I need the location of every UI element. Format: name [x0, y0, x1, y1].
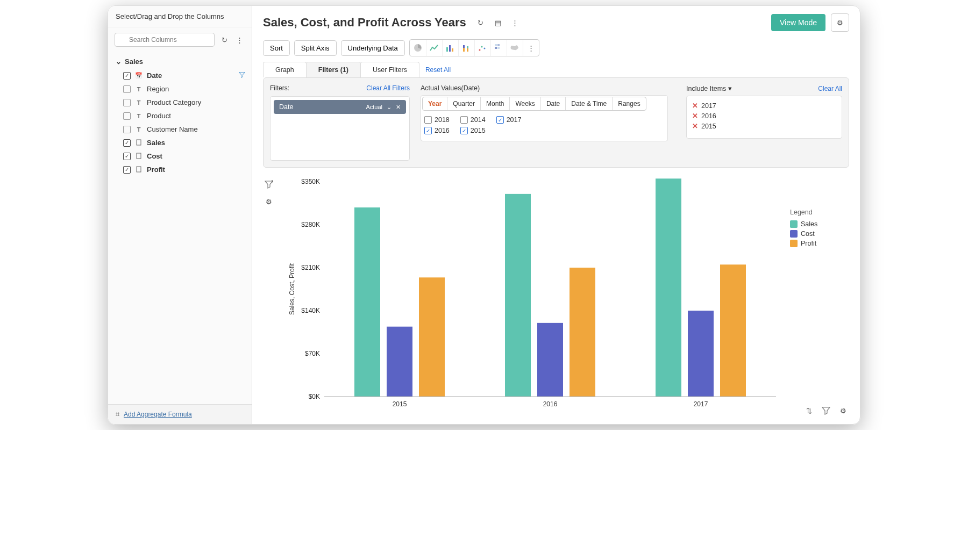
column-item[interactable]: ✓ Cost	[113, 149, 246, 163]
checkbox[interactable]	[123, 126, 131, 133]
column-item[interactable]: T Customer Name	[113, 123, 246, 136]
legend-label: Profit	[801, 240, 816, 247]
checkbox[interactable]	[123, 99, 131, 106]
filter-pill-date[interactable]: Date Actual ⌄ ✕	[274, 100, 406, 114]
chevron-down-icon[interactable]: ⌄	[387, 104, 392, 111]
granularity-option[interactable]: Year	[423, 97, 447, 110]
legend-swatch	[790, 240, 798, 247]
add-aggregate-link[interactable]: Add Aggregate Formula	[124, 411, 192, 418]
scatter-chart-icon[interactable]	[474, 40, 490, 56]
heatmap-icon[interactable]	[490, 40, 507, 56]
column-item[interactable]: ✓ Sales	[113, 136, 246, 149]
bar[interactable]	[688, 311, 714, 397]
more-title-icon[interactable]: ⋮	[509, 17, 521, 28]
legend-item[interactable]: Sales	[790, 219, 849, 229]
tab-graph[interactable]: Graph	[263, 62, 307, 77]
granularity-option[interactable]: Weeks	[510, 97, 540, 110]
svg-rect-1	[137, 153, 141, 159]
checkbox[interactable]	[424, 116, 432, 124]
clear-all-filters-link[interactable]: Clear All Filters	[366, 84, 410, 92]
checkbox[interactable]	[123, 112, 131, 120]
bar[interactable]	[656, 178, 681, 397]
granularity-option[interactable]: Month	[481, 97, 510, 110]
clear-all-included-link[interactable]: Clear All	[818, 85, 842, 92]
stacked-bar-icon[interactable]	[458, 40, 474, 56]
remove-icon[interactable]: ✕	[692, 112, 698, 120]
bar[interactable]	[387, 327, 412, 397]
reset-all-link[interactable]: Reset All	[425, 66, 451, 74]
svg-text:Sales, Cost, Profit: Sales, Cost, Profit	[288, 263, 296, 315]
year-label: 2018	[435, 116, 450, 124]
bar[interactable]	[570, 268, 595, 397]
bar[interactable]	[419, 277, 445, 397]
sort-button[interactable]: Sort	[263, 40, 290, 56]
tree-group[interactable]: ⌄ Sales	[113, 54, 246, 69]
bar[interactable]	[505, 194, 531, 397]
checkbox[interactable]	[123, 85, 131, 93]
svg-rect-4	[446, 47, 448, 52]
legend-item[interactable]: Cost	[790, 229, 849, 239]
pie-chart-icon[interactable]	[410, 40, 426, 56]
include-items-dropdown[interactable]: Include Items ▾	[686, 84, 732, 92]
svg-text:$350K: $350K	[301, 178, 320, 185]
included-value: 2017	[701, 102, 716, 110]
granularity-option[interactable]: Date	[541, 97, 566, 110]
type-icon	[135, 153, 143, 160]
checkbox[interactable]: ✓	[123, 72, 131, 80]
year-label: 2017	[507, 116, 522, 124]
remove-icon[interactable]: ✕	[692, 122, 698, 130]
column-item[interactable]: T Product	[113, 109, 246, 123]
checkbox[interactable]: ✓	[460, 127, 468, 134]
year-label: 2016	[435, 127, 450, 134]
bar[interactable]	[354, 207, 380, 397]
include-items-label: Include Items	[686, 85, 726, 92]
tab-filters[interactable]: Filters (1)	[306, 62, 361, 77]
granularity-option[interactable]: Date & Time	[566, 97, 613, 110]
checkbox[interactable]: ✓	[424, 127, 432, 134]
year-option[interactable]: ✓2015	[460, 127, 486, 134]
column-item[interactable]: ✓ Profit	[113, 163, 246, 176]
legend-item[interactable]: Profit	[790, 239, 849, 248]
chart-type-selector: ⋮	[409, 39, 539, 56]
sort-axis-icon[interactable]: ⇅	[803, 405, 815, 417]
split-axis-button[interactable]: Split Axis	[294, 40, 337, 56]
filter-icon[interactable]	[239, 71, 245, 80]
granularity-option[interactable]: Quarter	[447, 97, 481, 110]
column-item[interactable]: T Region	[113, 82, 246, 96]
line-chart-icon[interactable]	[426, 40, 442, 56]
bar[interactable]	[720, 264, 746, 397]
settings-button[interactable]: ⚙	[831, 13, 849, 32]
year-option[interactable]: ✓2017	[496, 116, 522, 124]
chart-settings-icon[interactable]: ⚙	[263, 196, 275, 207]
column-item[interactable]: T Product Category	[113, 96, 246, 109]
save-icon[interactable]: ▤	[492, 17, 504, 28]
checkbox[interactable]: ✓	[123, 166, 131, 174]
legend-title: Legend	[790, 209, 849, 216]
view-mode-button[interactable]: View Mode	[771, 14, 825, 31]
bar-chart-icon[interactable]	[442, 40, 458, 56]
refresh-chart-icon[interactable]: ↻	[475, 17, 487, 28]
checkbox[interactable]: ✓	[496, 116, 504, 124]
remove-icon[interactable]: ✕	[692, 102, 698, 110]
granularity-option[interactable]: Ranges	[613, 97, 645, 110]
checkbox[interactable]: ✓	[123, 153, 131, 160]
bar[interactable]	[537, 323, 563, 397]
map-chart-icon[interactable]	[507, 40, 523, 56]
chart-more-icon[interactable]: ⋮	[523, 40, 539, 56]
tab-user-filters[interactable]: User Filters	[360, 62, 419, 77]
year-option[interactable]: ✓2016	[424, 127, 450, 134]
search-input[interactable]	[115, 33, 215, 47]
checkbox[interactable]: ✓	[123, 139, 131, 147]
filter-icon[interactable]	[820, 405, 832, 417]
close-icon[interactable]: ✕	[396, 104, 401, 111]
checkbox[interactable]	[460, 116, 468, 124]
column-item[interactable]: ✓ 📅 Date	[113, 69, 246, 82]
filter-add-icon[interactable]: +	[263, 178, 275, 190]
year-option[interactable]: 2018	[424, 116, 450, 124]
year-option[interactable]: 2014	[460, 116, 486, 124]
refresh-icon[interactable]: ↻	[218, 34, 230, 46]
gear-icon[interactable]: ⚙	[837, 405, 849, 417]
svg-rect-0	[137, 140, 141, 145]
underlying-data-button[interactable]: Underlying Data	[341, 40, 405, 56]
more-icon[interactable]: ⋮	[233, 34, 245, 46]
